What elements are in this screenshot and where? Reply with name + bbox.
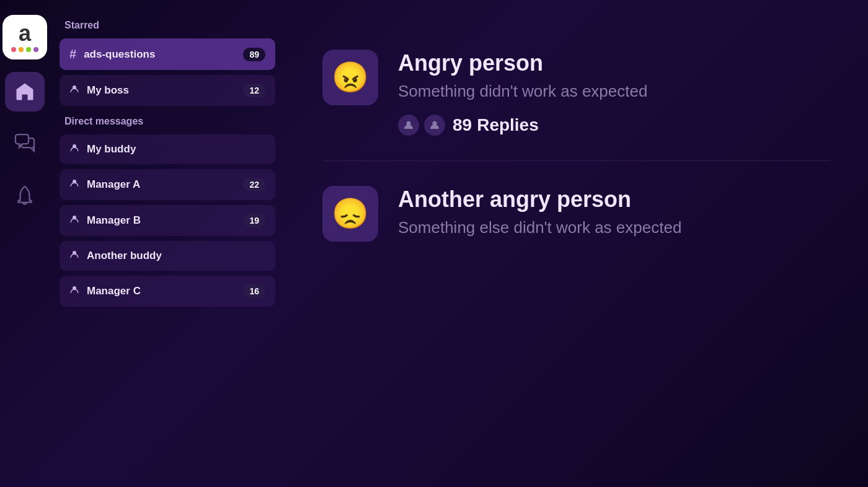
sidebar-item-name-manager-c: Manager C — [87, 285, 236, 297]
emoji-angry: 😠 — [332, 60, 369, 95]
sidebar: Starred # ads-questions 89 My boss 12 Di… — [50, 0, 285, 487]
nav-rail: a — [0, 0, 50, 487]
sidebar-item-manager-a[interactable]: Manager A 22 — [60, 169, 275, 200]
hash-icon: # — [69, 47, 76, 61]
badge-manager-b: 19 — [243, 214, 265, 227]
app-logo-dots — [11, 47, 38, 52]
message-subtitle-2: Something else didn't work as expected — [398, 217, 831, 239]
message-item-angry-person: 😠 Angry person Something didn't work as … — [322, 25, 831, 160]
person-silhouette-2 — [428, 119, 441, 131]
nav-notifications-button[interactable] — [5, 176, 45, 216]
sidebar-item-name-manager-b: Manager B — [87, 214, 236, 227]
badge-manager-a: 22 — [243, 178, 265, 191]
person-silhouette-1 — [402, 119, 415, 131]
sidebar-item-ads-questions[interactable]: # ads-questions 89 — [60, 38, 275, 70]
nav-chat-button[interactable] — [5, 124, 45, 164]
badge-manager-c: 16 — [243, 284, 265, 298]
app-logo: a — [2, 15, 47, 59]
sidebar-item-name-buddy: My buddy — [87, 143, 265, 156]
badge-my-boss: 12 — [243, 84, 265, 97]
avatar-another-angry: 😞 — [322, 186, 378, 242]
badge-ads-questions: 89 — [243, 48, 265, 61]
message-body-2: Another angry person Something else didn… — [398, 186, 831, 239]
replies-row-1: 89 Replies — [398, 115, 831, 136]
message-subtitle-1: Something didn't work as expected — [398, 81, 831, 102]
sidebar-item-my-buddy[interactable]: My buddy — [60, 134, 275, 164]
reply-avatar-1 — [398, 115, 419, 136]
sidebar-item-my-boss[interactable]: My boss 12 — [60, 75, 275, 106]
dot-green — [26, 47, 31, 52]
avatar-angry-person: 😠 — [322, 50, 378, 105]
bell-icon — [14, 185, 36, 207]
dm-section-label: Direct messages — [60, 111, 275, 129]
message-item-another-angry: 😞 Another angry person Something else di… — [322, 160, 831, 266]
dot-purple — [33, 47, 38, 52]
person-icon-boss — [69, 84, 79, 97]
person-icon-manager-b — [69, 214, 79, 227]
replies-count-1: 89 — [453, 115, 472, 135]
sidebar-item-name-manager-a: Manager A — [87, 178, 236, 191]
dot-orange — [19, 47, 24, 52]
app-logo-letter: a — [19, 22, 31, 45]
chat-icon — [14, 133, 36, 155]
person-icon-manager-a — [69, 178, 79, 191]
main-content: 😠 Angry person Something didn't work as … — [285, 0, 868, 487]
person-icon-manager-c — [69, 285, 79, 297]
nav-home-button[interactable] — [5, 72, 45, 112]
person-icon-buddy — [69, 143, 79, 156]
replies-label-1: Replies — [477, 115, 539, 135]
home-icon — [14, 81, 36, 103]
reply-avatar-2 — [424, 115, 445, 136]
emoji-sad: 😞 — [332, 196, 369, 231]
starred-section-label: Starred — [60, 15, 275, 33]
message-title-2: Another angry person — [398, 186, 831, 213]
person-icon-another-buddy — [69, 250, 79, 262]
sidebar-item-name-another-buddy: Another buddy — [87, 250, 265, 262]
sidebar-item-manager-b[interactable]: Manager B 19 — [60, 205, 275, 236]
sidebar-item-another-buddy[interactable]: Another buddy — [60, 241, 275, 271]
sidebar-item-name: ads-questions — [84, 48, 236, 61]
message-title-1: Angry person — [398, 50, 831, 76]
message-body-1: Angry person Something didn't work as ex… — [398, 50, 831, 136]
dot-red — [11, 47, 16, 52]
sidebar-item-name-boss: My boss — [87, 84, 236, 97]
sidebar-item-manager-c[interactable]: Manager C 16 — [60, 276, 275, 307]
